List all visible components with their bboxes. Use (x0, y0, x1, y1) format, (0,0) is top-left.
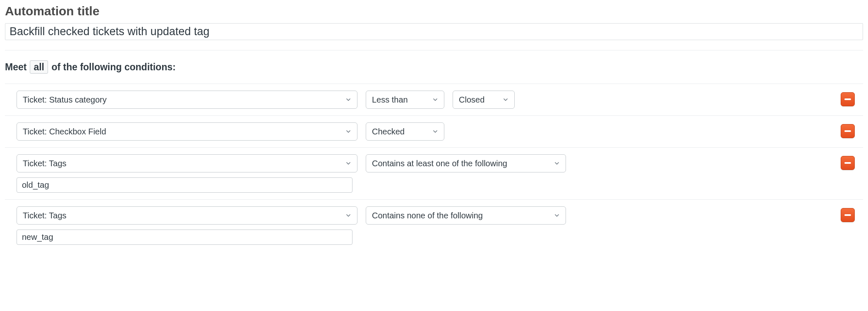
condition-operator-value[interactable]: Contains at least one of the following (366, 154, 566, 172)
condition-operator-select[interactable]: Contains none of the following (366, 206, 566, 225)
condition-field-select[interactable]: Ticket: Checkbox Field (17, 122, 357, 141)
condition-left: Ticket: Tags Contains at least one of th… (17, 154, 566, 193)
minus-icon (844, 130, 851, 132)
conditions-suffix: of the following conditions: (51, 62, 175, 73)
page-title: Automation title (5, 4, 863, 18)
condition-row: Ticket: Tags Contains at least one of th… (5, 147, 863, 199)
condition-selects: Ticket: Tags Contains at least one of th… (17, 154, 566, 172)
condition-field-value[interactable]: Ticket: Tags (17, 154, 357, 172)
condition-left: Ticket: Status category Less than Closed (17, 91, 515, 109)
automation-title-input[interactable] (5, 23, 863, 40)
condition-row: Ticket: Status category Less than Closed (5, 84, 863, 115)
condition-operator-value[interactable]: Contains none of the following (366, 206, 566, 225)
title-section: Automation title (5, 4, 863, 50)
condition-tag-input[interactable] (17, 230, 352, 245)
condition-value-select[interactable]: Closed (453, 91, 515, 109)
condition-selects: Ticket: Checkbox Field Checked (17, 122, 444, 141)
condition-row: Ticket: Checkbox Field Checked (5, 115, 863, 147)
minus-icon (844, 214, 851, 216)
condition-left: Ticket: Checkbox Field Checked (17, 122, 444, 141)
condition-tag-input[interactable] (17, 177, 352, 193)
remove-condition-button[interactable] (841, 124, 855, 138)
condition-operator-select[interactable]: Less than (366, 91, 444, 109)
conditions-prefix: Meet (5, 62, 26, 73)
condition-operator-select[interactable]: Contains at least one of the following (366, 154, 566, 172)
conditions-header: Meet all of the following conditions: (5, 60, 863, 74)
condition-field-select[interactable]: Ticket: Status category (17, 91, 357, 109)
condition-field-value[interactable]: Ticket: Status category (17, 91, 357, 109)
condition-field-value[interactable]: Ticket: Checkbox Field (17, 122, 357, 141)
condition-field-select[interactable]: Ticket: Tags (17, 206, 357, 225)
condition-selects: Ticket: Tags Contains none of the follow… (17, 206, 566, 225)
condition-value-text[interactable]: Closed (453, 91, 515, 109)
remove-condition-button[interactable] (841, 92, 855, 106)
remove-condition-button[interactable] (841, 156, 855, 170)
remove-condition-button[interactable] (841, 208, 855, 222)
condition-operator-value[interactable]: Less than (366, 91, 444, 109)
minus-icon (844, 98, 851, 100)
condition-row: Ticket: Tags Contains none of the follow… (5, 199, 863, 251)
condition-operator-value[interactable]: Checked (366, 122, 444, 141)
condition-selects: Ticket: Status category Less than Closed (17, 91, 515, 109)
minus-icon (844, 162, 851, 164)
conditions-quantifier-select[interactable]: all (30, 60, 48, 74)
condition-left: Ticket: Tags Contains none of the follow… (17, 206, 566, 245)
condition-operator-select[interactable]: Checked (366, 122, 444, 141)
condition-field-value[interactable]: Ticket: Tags (17, 206, 357, 225)
condition-field-select[interactable]: Ticket: Tags (17, 154, 357, 172)
